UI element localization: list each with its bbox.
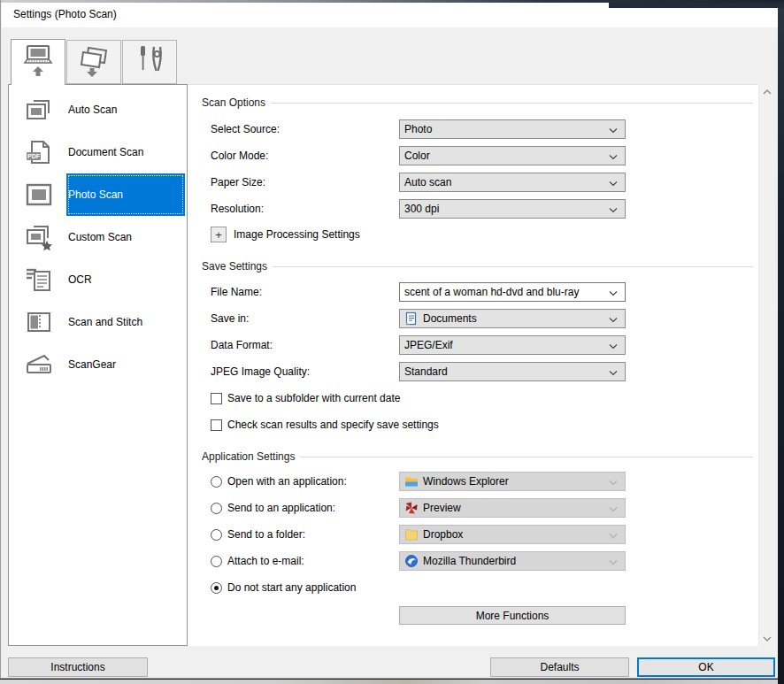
group-title-label: Save Settings: [202, 260, 273, 273]
vertical-scrollbar[interactable]: [758, 84, 773, 646]
subfolder-checkbox[interactable]: [211, 393, 222, 404]
background-window-edge-top: [0, 0, 784, 3]
sidebar-item-custom-scan[interactable]: Custom Scan: [9, 216, 187, 258]
checkbox-label: Check scan results and specify save sett…: [227, 419, 439, 431]
dropdown-value: Dropbox: [423, 528, 463, 541]
stitch-book-icon: [23, 306, 55, 338]
file-name-value: scent of a woman hd-dvd and blu-ray: [404, 286, 579, 298]
ocr-icon: [23, 264, 55, 296]
computer-scan-icon: [19, 43, 58, 81]
chevron-down-icon: [608, 207, 619, 214]
svg-text:PDF: PDF: [27, 153, 41, 159]
dropdown-value: JPEG/Exif: [404, 339, 453, 351]
sidebar-item-label: OCR: [66, 258, 185, 301]
send-to-folder-dropdown[interactable]: Dropbox: [399, 525, 626, 544]
save-in-row: Save in: Documents: [211, 309, 626, 328]
dropdown-value: Documents: [423, 312, 477, 325]
paper-size-dropdown[interactable]: Auto scan: [399, 173, 626, 192]
group-title-label: Application Settings: [202, 450, 300, 463]
no-application-radio[interactable]: [211, 582, 222, 594]
send-to-folder-radio[interactable]: [211, 529, 222, 541]
field-label: JPEG Image Quality:: [211, 365, 399, 378]
file-name-combobox[interactable]: scent of a woman hd-dvd and blu-ray: [399, 282, 626, 302]
radio-label: Attach to e-mail:: [227, 555, 304, 567]
chevron-down-icon: [608, 154, 619, 161]
chevron-down-icon: [608, 370, 619, 377]
sidebar-item-label: Photo Scan: [66, 173, 185, 216]
scrollbar-up-icon[interactable]: [759, 84, 774, 99]
group-title-label: Scan Options: [202, 96, 271, 109]
device-scan-icon: [74, 43, 113, 81]
button-label: OK: [698, 661, 713, 673]
open-with-app-dropdown[interactable]: Windows Explorer: [399, 472, 626, 491]
expand-plus-button[interactable]: +: [211, 227, 227, 242]
pdf-document-icon: PDF: [23, 136, 55, 168]
attach-email-radio[interactable]: [211, 556, 222, 567]
check-results-checkbox[interactable]: [211, 419, 222, 431]
chevron-down-icon: [608, 533, 619, 540]
group-title-line: [273, 266, 753, 267]
group-title-line: [300, 457, 753, 457]
chevron-down-icon: [608, 559, 619, 566]
field-label: Select Source:: [211, 123, 399, 135]
data-format-dropdown[interactable]: JPEG/Exif: [399, 335, 626, 355]
send-to-app-dropdown[interactable]: Preview: [399, 498, 626, 518]
field-label: Data Format:: [211, 339, 399, 351]
settings-dialog: Settings (Photo Scan): [0, 0, 778, 679]
tab-general-settings[interactable]: [122, 40, 177, 84]
sidebar-item-scangear[interactable]: ScanGear: [9, 343, 187, 386]
scanner-icon: [23, 349, 55, 380]
dropdown-value: Standard: [404, 365, 448, 378]
select-source-dropdown[interactable]: Photo: [399, 119, 626, 139]
subfolder-checkbox-row: Save to a subfolder with current date: [211, 392, 400, 404]
save-in-dropdown[interactable]: Documents: [399, 309, 626, 328]
more-functions-button[interactable]: More Functions: [399, 606, 626, 625]
file-name-row: File Name: scent of a woman hd-dvd and b…: [211, 282, 626, 302]
sidebar-item-label: Auto Scan: [66, 88, 185, 131]
folder-icon: [404, 527, 419, 542]
dropdown-value: Color: [404, 150, 430, 162]
check-results-checkbox-row: Check scan results and specify save sett…: [211, 419, 439, 431]
thunderbird-icon: [404, 554, 419, 568]
resolution-dropdown[interactable]: 300 dpi: [399, 199, 626, 219]
sidebar-item-auto-scan[interactable]: Auto Scan: [9, 88, 187, 131]
image-processing-expander: + Image Processing Settings: [211, 227, 360, 242]
instructions-button[interactable]: Instructions: [8, 657, 148, 677]
sidebar-item-label: Custom Scan: [66, 216, 185, 258]
scrollbar-down-icon[interactable]: [759, 631, 774, 646]
plus-icon: +: [215, 229, 222, 241]
radio-label: Send to a folder:: [227, 528, 305, 541]
defaults-button[interactable]: Defaults: [490, 657, 629, 677]
dropdown-value: Mozilla Thunderbird: [423, 555, 516, 567]
window-title: Settings (Photo Scan): [13, 8, 117, 20]
radio-label: Open with an application:: [227, 475, 347, 488]
ok-button[interactable]: OK: [637, 657, 775, 677]
color-mode-dropdown[interactable]: Color: [399, 146, 626, 165]
radio-label: Send to an application:: [227, 502, 335, 514]
field-label: Save in:: [211, 312, 399, 325]
sidebar: Auto Scan PDF Document Scan Photo Sca: [8, 84, 188, 646]
tab-scan-from-computer[interactable]: [11, 39, 65, 85]
data-format-row: Data Format: JPEG/Exif: [211, 335, 626, 355]
photo-icon: [23, 179, 55, 211]
checkbox-label: Save to a subfolder with current date: [227, 392, 400, 404]
tab-scan-from-operation-panel[interactable]: [66, 40, 121, 84]
chevron-down-icon: [608, 506, 619, 513]
sidebar-item-ocr[interactable]: OCR: [9, 258, 187, 301]
sidebar-item-photo-scan[interactable]: Photo Scan: [9, 173, 187, 216]
chevron-down-icon: [608, 127, 619, 134]
field-label: Resolution:: [211, 203, 399, 215]
field-label: File Name:: [211, 286, 399, 298]
no-application-radio-row: Do not start any application: [211, 581, 356, 594]
sidebar-item-scan-and-stitch[interactable]: Scan and Stitch: [9, 301, 187, 343]
documents-icon: [404, 311, 419, 326]
sidebar-item-document-scan[interactable]: PDF Document Scan: [9, 131, 187, 173]
email-client-dropdown[interactable]: Mozilla Thunderbird: [399, 551, 626, 571]
application-settings-group: Application Settings: [202, 450, 753, 463]
color-mode-row: Color Mode: Color: [211, 146, 626, 165]
send-to-app-radio[interactable]: [211, 503, 222, 514]
open-with-radio[interactable]: [211, 476, 222, 488]
chevron-down-icon: [608, 290, 619, 297]
radio-label: Do not start any application: [227, 581, 356, 594]
jpeg-quality-dropdown[interactable]: Standard: [399, 362, 626, 381]
